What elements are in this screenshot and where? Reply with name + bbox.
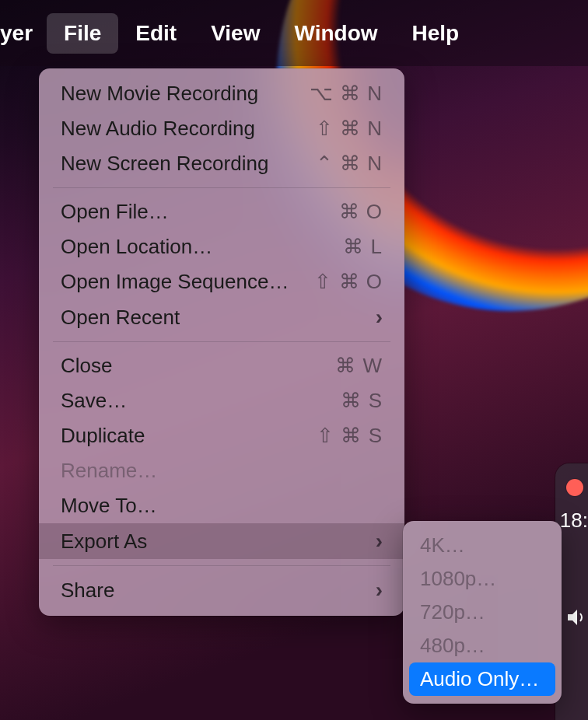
menu-shortcut: ⇧ ⌘ S (317, 424, 383, 448)
menu-open-file[interactable]: Open File… ⌘ O (39, 194, 404, 229)
menu-rename: Rename… (39, 453, 404, 488)
menu-shortcut: ⌘ O (339, 200, 383, 224)
time-display: 18: (560, 509, 588, 533)
submenu-1080p: 1080p… (409, 562, 555, 596)
menu-export-as[interactable]: Export As › (39, 523, 404, 559)
menu-shortcut: ⌘ S (341, 389, 383, 413)
menu-move-to[interactable]: Move To… (39, 488, 404, 523)
menu-label: Open Location… (61, 235, 212, 259)
menu-open-location[interactable]: Open Location… ⌘ L (39, 229, 404, 264)
close-traffic-light-icon[interactable] (566, 479, 583, 496)
menubar-file[interactable]: File (47, 13, 118, 54)
menu-label: New Movie Recording (61, 82, 258, 106)
menu-save[interactable]: Save… ⌘ S (39, 383, 404, 418)
chevron-right-icon: › (376, 529, 383, 554)
menu-new-audio-recording[interactable]: New Audio Recording ⇧ ⌘ N (39, 111, 404, 146)
menu-label: Share (61, 578, 114, 603)
menu-shortcut: ⌃ ⌘ N (316, 152, 383, 176)
menu-shortcut: ⌘ L (343, 235, 383, 259)
menu-open-image-sequence[interactable]: Open Image Sequence… ⇧ ⌘ O (39, 264, 404, 299)
submenu-480p: 480p… (409, 629, 555, 662)
export-as-submenu: 4K… 1080p… 720p… 480p… Audio Only… (403, 521, 562, 704)
menubar-help[interactable]: Help (395, 13, 477, 54)
menu-label: New Audio Recording (61, 117, 255, 141)
menu-label: Open Image Sequence… (61, 270, 289, 294)
menu-new-movie-recording[interactable]: New Movie Recording ⌥ ⌘ N (39, 76, 404, 111)
menu-label: Rename… (61, 459, 157, 483)
file-menu-dropdown: New Movie Recording ⌥ ⌘ N New Audio Reco… (39, 68, 404, 616)
menu-label: Duplicate (61, 424, 145, 448)
menubar-window[interactable]: Window (277, 13, 394, 54)
menubar: yer File Edit View Window Help (0, 0, 588, 66)
menu-shortcut: ⇧ ⌘ N (316, 117, 383, 141)
chevron-right-icon: › (376, 305, 383, 330)
menubar-view[interactable]: View (194, 13, 277, 54)
menubar-app-name[interactable]: yer (0, 13, 47, 54)
menu-label: Move To… (61, 494, 157, 518)
menu-new-screen-recording[interactable]: New Screen Recording ⌃ ⌘ N (39, 146, 404, 181)
menu-shortcut: ⇧ ⌘ O (314, 270, 383, 294)
menu-separator (53, 341, 390, 342)
menu-duplicate[interactable]: Duplicate ⇧ ⌘ S (39, 418, 404, 453)
menu-shortcut: ⌘ W (335, 354, 383, 378)
menu-label: Open File… (61, 200, 169, 224)
menu-close[interactable]: Close ⌘ W (39, 348, 404, 383)
menu-separator (53, 187, 390, 188)
chevron-right-icon: › (376, 578, 383, 603)
menu-open-recent[interactable]: Open Recent › (39, 299, 404, 335)
menubar-edit[interactable]: Edit (118, 13, 194, 54)
menu-label: Save… (61, 389, 127, 413)
menu-label: Close (61, 354, 112, 378)
menu-label: New Screen Recording (61, 152, 268, 176)
submenu-audio-only[interactable]: Audio Only… (409, 662, 555, 696)
menu-label: Open Recent (61, 306, 180, 330)
menu-shortcut: ⌥ ⌘ N (310, 82, 383, 106)
submenu-4k: 4K… (409, 529, 555, 562)
menu-share[interactable]: Share › (39, 572, 404, 608)
submenu-720p: 720p… (409, 596, 555, 629)
speaker-icon[interactable] (566, 608, 588, 630)
menu-separator (53, 565, 390, 566)
menu-label: Export As (61, 530, 147, 554)
